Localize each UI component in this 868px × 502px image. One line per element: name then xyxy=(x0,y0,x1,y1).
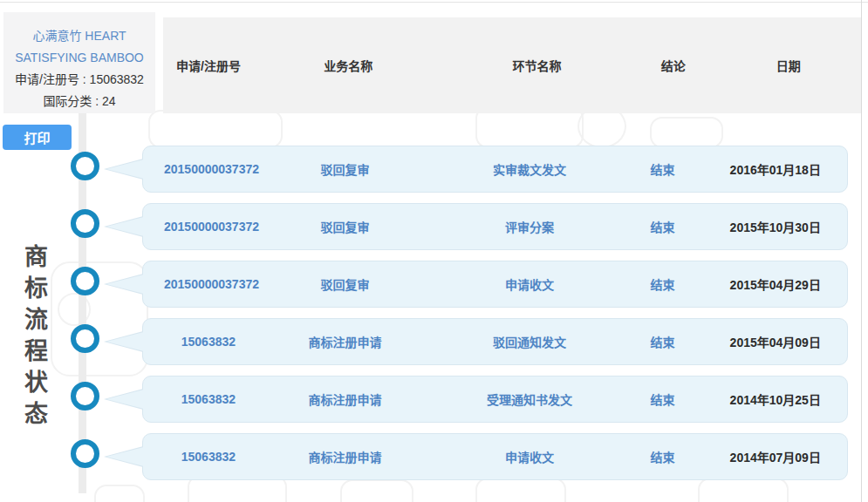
table-row: 20150000037372 驳回复审 评审分案 结束 2015年10月30日 xyxy=(142,203,848,250)
registration-number: 申请/注册号 : 15063832 xyxy=(3,69,155,91)
bubble-tail-fill xyxy=(106,275,144,294)
bubble-tail-fill xyxy=(106,390,144,409)
cell-business: 商标注册申请 xyxy=(253,448,437,465)
background-doodle xyxy=(94,485,145,502)
cell-step: 驳回通知发文 xyxy=(437,333,621,350)
column-header-date: 日期 xyxy=(715,57,862,74)
cell-app-no: 20150000037372 xyxy=(164,220,253,234)
background-doodle xyxy=(148,110,283,148)
column-header-step: 环节名称 xyxy=(442,57,631,74)
timeline-node-icon xyxy=(71,324,99,353)
cell-conclusion: 结束 xyxy=(622,275,704,293)
cell-business: 驳回复审 xyxy=(253,218,437,235)
print-button[interactable]: 打印 xyxy=(3,125,72,150)
cell-conclusion: 结束 xyxy=(622,333,704,350)
timeline-node-icon xyxy=(71,382,99,410)
background-doodle xyxy=(650,117,723,148)
cell-step: 受理通知书发文 xyxy=(437,390,621,408)
cell-app-no: 20150000037372 xyxy=(164,277,253,291)
cell-conclusion: 结束 xyxy=(622,218,704,235)
cell-business: 驳回复审 xyxy=(253,275,437,293)
table-row: 15063832 商标注册申请 受理通知书发文 结束 2014年10月25日 xyxy=(142,376,848,423)
background-doodle xyxy=(475,478,566,502)
cell-date: 2014年07月09日 xyxy=(704,448,847,465)
cell-app-no: 20150000037372 xyxy=(164,162,253,176)
cell-conclusion: 结束 xyxy=(622,160,704,178)
bubble-tail-fill xyxy=(106,159,144,179)
trademark-status-page: 心满意竹 HEART SATISFYING BAMBOO 申请/注册号 : 15… xyxy=(0,0,868,502)
table-row: 15063832 商标注册申请 申请收文 结束 2014年07月09日 xyxy=(142,433,848,480)
cell-date: 2015年04月09日 xyxy=(704,333,847,350)
cell-date: 2015年10月30日 xyxy=(704,218,847,235)
trademark-name-line2: SATISFYING BAMBOO xyxy=(3,47,155,69)
background-doodle xyxy=(698,478,789,502)
cell-app-no: 15063832 xyxy=(164,450,253,464)
cell-app-no: 15063832 xyxy=(164,392,253,406)
column-header-app-no: 申请/注册号 xyxy=(163,57,254,74)
timeline-node-icon xyxy=(71,267,99,295)
vertical-page-title: 商标流程状态 xyxy=(17,244,51,439)
top-border-line xyxy=(0,2,868,3)
cell-business: 商标注册申请 xyxy=(253,390,437,408)
bubble-tail-fill xyxy=(106,332,144,351)
cell-conclusion: 结束 xyxy=(622,390,704,408)
bubble-tail-fill xyxy=(106,217,144,236)
cell-business: 商标注册申请 xyxy=(253,333,437,350)
cell-business: 驳回复审 xyxy=(253,160,437,178)
timeline-node-icon xyxy=(71,209,99,238)
table-row: 15063832 商标注册申请 驳回通知发文 结束 2015年04月09日 xyxy=(142,318,848,365)
bubble-tail-fill xyxy=(106,447,144,466)
cell-step: 申请收文 xyxy=(437,448,621,465)
cell-conclusion: 结束 xyxy=(622,448,704,465)
column-header-business: 业务名称 xyxy=(254,57,442,74)
international-class: 国际分类 : 24 xyxy=(3,91,155,112)
timeline-node-icon xyxy=(71,439,99,468)
right-border-line xyxy=(861,0,862,502)
trademark-name-line1: 心满意竹 HEART xyxy=(3,25,155,47)
table-header: 申请/注册号 业务名称 环节名称 结论 日期 xyxy=(163,17,862,113)
background-doodle xyxy=(340,479,413,502)
cell-step: 申请收文 xyxy=(437,275,621,293)
column-header-conclusion: 结论 xyxy=(632,57,715,74)
cell-date: 2015年04月29日 xyxy=(704,275,847,293)
table-row: 20150000037372 驳回复审 申请收文 结束 2015年04月29日 xyxy=(142,261,848,308)
cell-date: 2016年01月18日 xyxy=(704,160,847,178)
cell-step: 评审分案 xyxy=(437,218,621,235)
timeline-node-icon xyxy=(71,152,99,180)
table-row: 20150000037372 驳回复审 实审裁文发文 结束 2016年01月18… xyxy=(142,146,848,193)
cell-step: 实审裁文发文 xyxy=(437,160,621,178)
trademark-info-card: 心满意竹 HEART SATISFYING BAMBOO 申请/注册号 : 15… xyxy=(3,12,155,113)
cell-app-no: 15063832 xyxy=(164,335,253,349)
cell-date: 2014年10月25日 xyxy=(704,390,847,408)
